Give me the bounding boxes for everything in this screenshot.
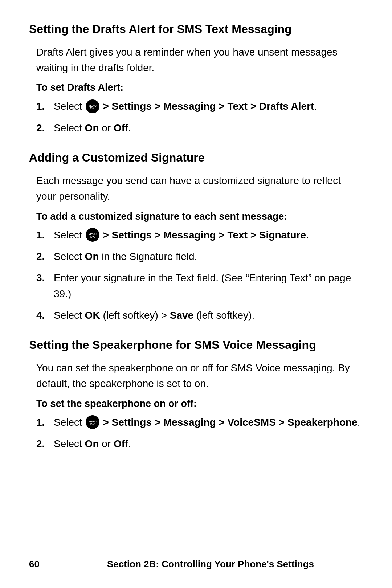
step-content: Select > Settings > Messaging > Text > S… <box>54 227 363 243</box>
steps-list-speakerphone: 1. Select > Settings > Messaging > Voice… <box>36 415 363 452</box>
step-item: 1. Select > Settings > Messaging > Text … <box>36 98 363 114</box>
step-content: Select > Settings > Messaging > Text > D… <box>54 98 363 114</box>
section-body-speakerphone: You can set the speakerphone on or off f… <box>36 360 363 392</box>
footer-page-number: 60 <box>29 559 58 570</box>
instruction-label-drafts: To set Drafts Alert: <box>36 82 363 93</box>
step-item: 4. Select OK (left softkey) > Save (left… <box>36 307 363 323</box>
step-content: Enter your signature in the Text field. … <box>54 270 363 302</box>
step-item: 3. Enter your signature in the Text fiel… <box>36 270 363 302</box>
footer-section-title: Section 2B: Controlling Your Phone's Set… <box>58 559 363 570</box>
step-content: Select > Settings > Messaging > VoiceSMS… <box>54 415 363 430</box>
steps-list-drafts: 1. Select > Settings > Messaging > Text … <box>36 98 363 136</box>
menu-icon <box>86 99 99 113</box>
steps-list-signature: 1. Select > Settings > Messaging > Text … <box>36 227 363 323</box>
step-number: 1. <box>36 98 54 114</box>
instruction-label-signature: To add a customized signature to each se… <box>36 211 363 222</box>
step-number: 3. <box>36 270 54 286</box>
step-item: 1. Select > Settings > Messaging > Text … <box>36 227 363 243</box>
step-number: 4. <box>36 307 54 323</box>
page-footer: 60 Section 2B: Controlling Your Phone's … <box>29 551 363 570</box>
menu-icon <box>86 228 99 242</box>
step-content: Select OK (left softkey) > Save (left so… <box>54 307 363 323</box>
step-number: 2. <box>36 249 54 264</box>
section-title-drafts: Setting the Drafts Alert for SMS Text Me… <box>29 22 363 37</box>
section-title-speakerphone: Setting the Speakerphone for SMS Voice M… <box>29 338 363 353</box>
page-content: Setting the Drafts Alert for SMS Text Me… <box>0 0 392 495</box>
step-item: 2. Select On or Off. <box>36 120 363 136</box>
step-item: 2. Select On in the Signature field. <box>36 249 363 264</box>
section-title-signature: Adding a Customized Signature <box>29 150 363 166</box>
step-item: 2. Select On or Off. <box>36 436 363 452</box>
section-speakerphone: Setting the Speakerphone for SMS Voice M… <box>29 338 363 452</box>
section-signature: Adding a Customized Signature Each messa… <box>29 150 363 323</box>
step-content: Select On in the Signature field. <box>54 249 363 264</box>
step-number: 1. <box>36 227 54 243</box>
step-number: 2. <box>36 436 54 452</box>
section-drafts-alert: Setting the Drafts Alert for SMS Text Me… <box>29 22 363 136</box>
step-content: Select On or Off. <box>54 120 363 136</box>
step-number: 2. <box>36 120 54 136</box>
step-number: 1. <box>36 415 54 430</box>
instruction-label-speakerphone: To set the speakerphone on or off: <box>36 398 363 409</box>
section-body-signature: Each message you send can have a customi… <box>36 173 363 204</box>
section-body-drafts: Drafts Alert gives you a reminder when y… <box>36 44 363 76</box>
menu-icon <box>86 415 99 429</box>
step-item: 1. Select > Settings > Messaging > Voice… <box>36 415 363 430</box>
step-content: Select On or Off. <box>54 436 363 452</box>
